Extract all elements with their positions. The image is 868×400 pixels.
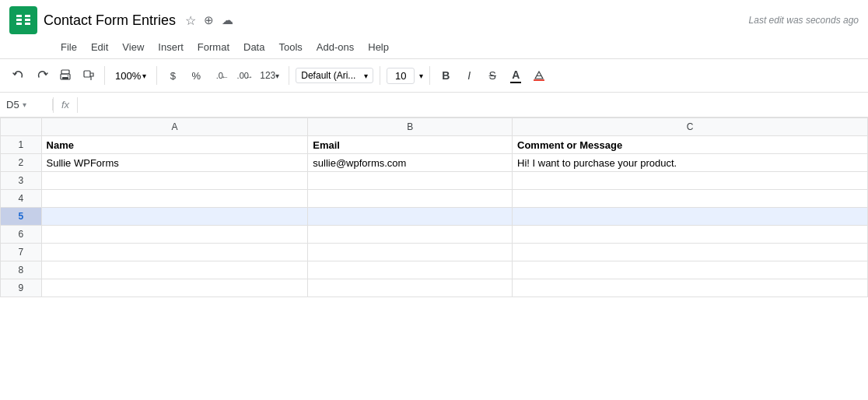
cell-9-c[interactable] (513, 279, 868, 297)
formula-input[interactable] (78, 99, 862, 111)
cell-5-a[interactable] (41, 208, 308, 226)
table-row: 2Sullie WPFormssullie@wpforms.comHi! I w… (1, 154, 868, 172)
cell-7-c[interactable] (513, 244, 868, 261)
cell-5-b[interactable] (308, 208, 513, 226)
cell-3-c[interactable] (513, 172, 868, 190)
menu-format[interactable]: Format (191, 39, 236, 55)
text-color-button[interactable]: A (506, 66, 525, 86)
cell-6-b[interactable] (308, 226, 513, 244)
folder-icon[interactable]: ⊕ (204, 13, 214, 27)
cell-1-b[interactable]: Email (308, 136, 513, 154)
font-chevron-icon: ▾ (364, 72, 368, 80)
paint-format-button[interactable] (79, 67, 98, 84)
svg-rect-9 (62, 77, 68, 79)
cell-9-b[interactable] (308, 279, 513, 297)
fill-color-button[interactable] (530, 67, 548, 84)
cell-9-a[interactable] (41, 279, 308, 297)
percent-button[interactable]: % (187, 68, 205, 84)
strikethrough-label: S (489, 69, 496, 82)
strikethrough-button[interactable]: S (483, 67, 502, 84)
increase-decimal-button[interactable]: .00 → (233, 69, 252, 82)
last-edit-status: Last edit was seconds ago (749, 15, 859, 26)
cell-4-a[interactable] (41, 190, 308, 208)
table-row: 6 (1, 226, 868, 244)
cell-8-c[interactable] (513, 261, 868, 279)
zoom-dropdown[interactable]: 100% ▾ (111, 68, 150, 84)
corner-header (1, 118, 42, 136)
print-button[interactable] (56, 67, 75, 84)
menu-addons[interactable]: Add-ons (310, 39, 360, 55)
cell-7-b[interactable] (308, 244, 513, 261)
text-color-underline (510, 82, 521, 83)
menu-help[interactable]: Help (362, 39, 395, 55)
col-header-c[interactable]: C (513, 118, 868, 136)
fx-label: fx (54, 99, 77, 111)
col-header-b[interactable]: B (308, 118, 513, 136)
svg-rect-1 (16, 15, 22, 17)
bold-button[interactable]: B (436, 67, 455, 84)
undo-button[interactable] (9, 67, 28, 84)
cell-2-b[interactable]: sullie@wpforms.com (308, 154, 513, 172)
row-header-4[interactable]: 4 (1, 190, 42, 208)
cell-2-c[interactable]: Hi! I want to purchase your product. (513, 154, 868, 172)
star-icon[interactable]: ☆ (185, 13, 196, 28)
cell-3-b[interactable] (308, 172, 513, 190)
menu-tools[interactable]: Tools (272, 39, 308, 55)
row-header-8[interactable]: 8 (1, 261, 42, 279)
cell-1-c[interactable]: Comment or Message (513, 136, 868, 154)
table-row: 5 (1, 208, 868, 226)
font-dropdown[interactable]: Default (Ari... ▾ (296, 68, 373, 83)
table-row: 7 (1, 244, 868, 261)
cell-reference-box[interactable]: D5 ▾ (6, 99, 53, 111)
cell-6-c[interactable] (513, 226, 868, 244)
cell-2-a[interactable]: Sullie WPForms (41, 154, 308, 172)
cell-8-a[interactable] (41, 261, 308, 279)
cell-4-c[interactable] (513, 190, 868, 208)
cloud-icon[interactable]: ☁ (222, 13, 233, 27)
spreadsheet: A B C 1NameEmailComment or Message2Sulli… (0, 118, 868, 297)
col-header-a[interactable]: A (41, 118, 308, 136)
svg-rect-5 (16, 23, 22, 25)
fill-color-icon (533, 69, 545, 82)
menu-data[interactable]: Data (237, 39, 271, 55)
row-header-9[interactable]: 9 (1, 279, 42, 297)
row-header-7[interactable]: 7 (1, 244, 42, 261)
zoom-chevron-icon: ▾ (142, 72, 146, 80)
bold-label: B (442, 69, 450, 82)
row-header-6[interactable]: 6 (1, 226, 42, 244)
menu-insert[interactable]: Insert (152, 39, 190, 55)
cell-6-a[interactable] (41, 226, 308, 244)
text-color-label: A (512, 68, 520, 81)
row-header-2[interactable]: 2 (1, 154, 42, 172)
cell-8-b[interactable] (308, 261, 513, 279)
row-header-3[interactable]: 3 (1, 172, 42, 190)
font-size-chevron-icon[interactable]: ▾ (419, 72, 423, 80)
currency-button[interactable]: $ (163, 68, 182, 84)
svg-rect-4 (25, 19, 30, 21)
svg-rect-13 (534, 79, 544, 81)
app-icon (9, 6, 37, 34)
cell-ref-value: D5 (6, 99, 19, 111)
cell-5-c[interactable] (513, 208, 868, 226)
number-format-button[interactable]: 123 ▾ (257, 68, 282, 83)
title-icons: ☆ ⊕ ☁ (185, 13, 233, 28)
cell-1-a[interactable]: Name (41, 136, 308, 154)
cell-7-a[interactable] (41, 244, 308, 261)
redo-button[interactable] (33, 67, 51, 84)
currency-symbol: $ (170, 70, 176, 82)
formula-bar: D5 ▾ fx (0, 93, 868, 118)
menu-edit[interactable]: Edit (85, 39, 114, 55)
italic-button[interactable]: I (460, 67, 478, 84)
row-header-5[interactable]: 5 (1, 208, 42, 226)
arrow-left-icon: ← (221, 72, 229, 81)
cell-3-a[interactable] (41, 172, 308, 190)
cell-4-b[interactable] (308, 190, 513, 208)
menu-file[interactable]: File (54, 39, 83, 55)
menu-view[interactable]: View (116, 39, 150, 55)
font-size-input[interactable]: 10 (387, 68, 415, 84)
decrease-decimal-button[interactable]: .0 ← (210, 69, 229, 82)
table-row: 9 (1, 279, 868, 297)
row-header-1[interactable]: 1 (1, 136, 42, 154)
svg-rect-2 (25, 15, 30, 17)
svg-rect-0 (13, 10, 33, 30)
